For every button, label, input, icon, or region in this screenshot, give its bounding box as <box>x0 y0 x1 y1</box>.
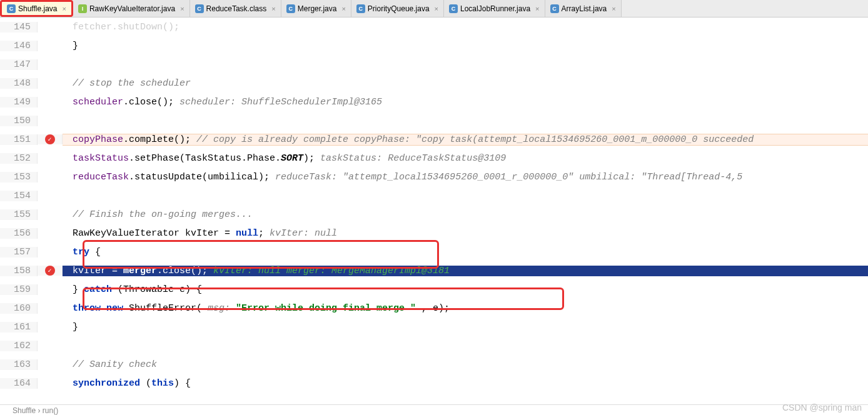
code-line[interactable]: // Finish the on-going merges... <box>63 209 868 220</box>
line-number: 145 <box>0 22 38 32</box>
close-icon[interactable]: × <box>535 5 539 12</box>
close-icon[interactable]: × <box>341 5 345 12</box>
tab-reducetask[interactable]: C ReduceTask.class × <box>190 0 281 17</box>
close-icon[interactable]: × <box>63 5 66 12</box>
tab-localjobrunner[interactable]: C LocalJobRunner.java × <box>444 0 545 17</box>
java-class-icon: C <box>195 4 204 13</box>
close-icon[interactable]: × <box>180 5 184 12</box>
editor-tabs: C Shuffle.java × I RawKeyValueIterator.j… <box>0 0 868 18</box>
tab-shuffle[interactable]: C Shuffle.java × <box>0 0 73 17</box>
code-line[interactable]: // stop the scheduler <box>63 78 868 89</box>
tab-merger[interactable]: C Merger.java × <box>281 0 351 17</box>
java-class-icon: C <box>7 4 16 13</box>
line-number: 153 <box>0 172 38 182</box>
code-line[interactable]: taskStatus.setPhase(TaskStatus.Phase.SOR… <box>63 153 868 164</box>
tab-priorityqueue[interactable]: C PriorityQueue.java × <box>351 0 444 17</box>
line-number: 164 <box>0 378 38 389</box>
tab-rawkeyvalueiterator[interactable]: I RawKeyValueIterator.java × <box>73 0 190 17</box>
line-number: 163 <box>0 359 38 370</box>
tab-label: LocalJobRunner.java <box>460 4 530 13</box>
tab-label: PriorityQueue.java <box>368 4 430 13</box>
code-line[interactable]: synchronized (this) { <box>63 378 868 389</box>
line-number: 150 <box>0 116 38 126</box>
close-icon[interactable]: × <box>435 5 438 12</box>
code-line[interactable]: } <box>63 41 868 51</box>
breakpoint-icon <box>45 134 55 144</box>
code-editor[interactable]: 145 fetcher.shutDown(); 146 } 147 148 //… <box>0 18 868 404</box>
breakpoint-gutter[interactable] <box>38 134 63 144</box>
line-number: 159 <box>0 284 38 295</box>
code-line[interactable]: reduceTask.statusUpdate(umbilical); redu… <box>63 172 868 182</box>
code-line[interactable]: fetcher.shutDown(); <box>63 22 868 32</box>
code-line-current[interactable]: kvIter = merger.close(); kvIter: null me… <box>63 266 868 276</box>
line-number: 161 <box>0 322 38 332</box>
close-icon[interactable]: × <box>612 5 615 12</box>
tab-label: Shuffle.java <box>18 4 58 13</box>
java-class-icon: C <box>356 4 365 13</box>
line-number: 157 <box>0 247 38 258</box>
breakpoint-gutter[interactable] <box>38 266 63 276</box>
tab-label: ReduceTask.class <box>206 4 267 13</box>
code-line[interactable]: scheduler.close(); scheduler: ShuffleSch… <box>63 97 868 108</box>
line-number: 158 <box>0 266 38 276</box>
watermark: CSDN @spring man <box>782 402 862 412</box>
line-number: 155 <box>0 209 38 220</box>
line-number: 162 <box>0 341 38 351</box>
code-line[interactable]: } <box>63 322 868 332</box>
code-line[interactable]: try { <box>63 247 868 258</box>
code-line[interactable]: copyPhase.complete(); // copy is already… <box>63 134 868 146</box>
line-number: 154 <box>0 191 38 201</box>
tab-label: ArrayList.java <box>562 4 607 13</box>
java-interface-icon: I <box>78 4 87 13</box>
line-number: 148 <box>0 78 38 89</box>
code-line[interactable]: RawKeyValueIterator kvIter = null; kvIte… <box>63 228 868 239</box>
java-class-icon: C <box>550 4 559 13</box>
line-number: 149 <box>0 97 38 108</box>
close-icon[interactable]: × <box>271 5 275 12</box>
breadcrumb[interactable]: Shuffle › run() <box>0 404 868 415</box>
line-number: 151 <box>0 134 38 145</box>
line-number: 147 <box>0 59 38 70</box>
line-number: 152 <box>0 153 38 164</box>
tab-label: Merger.java <box>298 4 337 13</box>
code-line[interactable]: // Sanity check <box>63 359 868 370</box>
line-number: 160 <box>0 303 38 314</box>
java-class-icon: C <box>286 4 295 13</box>
tab-label: RawKeyValueIterator.java <box>89 4 175 13</box>
code-line[interactable]: throw new ShuffleError( msg: "Error whil… <box>63 303 868 314</box>
code-line[interactable]: } catch (Throwable e) { <box>63 284 868 295</box>
line-number: 146 <box>0 41 38 51</box>
breakpoint-icon <box>45 266 55 276</box>
tab-arraylist[interactable]: C ArrayList.java × <box>545 0 622 17</box>
java-class-icon: C <box>449 4 458 13</box>
line-number: 156 <box>0 228 38 239</box>
